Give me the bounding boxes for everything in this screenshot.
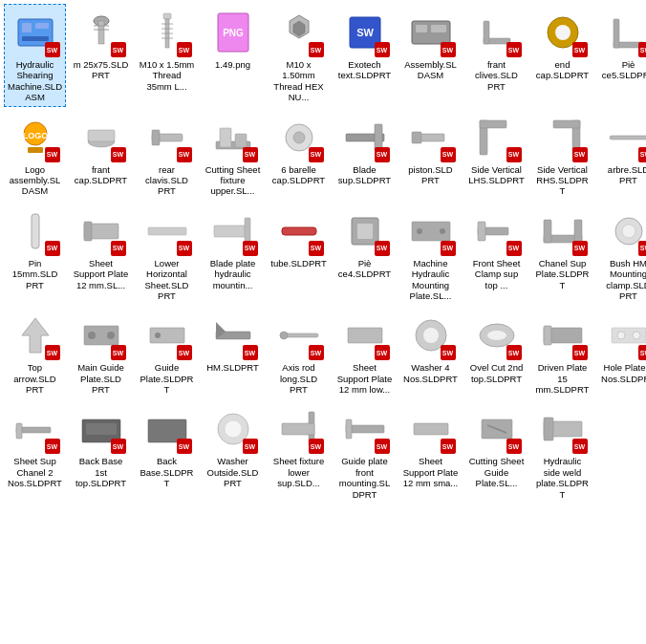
svg-rect-49 — [610, 136, 647, 140]
list-item[interactable]: SWFront Sheet Clamp sup top ... — [465, 203, 528, 306]
file-label: Sheet Support Plate 12 mm low... — [336, 362, 393, 395]
list-item[interactable]: SWPin 15mm.SLD PRT — [4, 203, 66, 306]
list-item[interactable]: SWSheet Support Plate 12 mm.SL... — [70, 203, 132, 306]
svg-rect-48 — [553, 120, 580, 128]
file-label: Guide Plate.SLDPRT — [139, 362, 195, 395]
list-item[interactable]: SWMachine Hydraulic Mounting Plate.SL... — [399, 203, 462, 306]
list-item[interactable]: SWDriven Plate 15 mm.SLDPRT — [531, 307, 593, 398]
svg-rect-99 — [346, 419, 352, 439]
list-item[interactable]: SWarbre.SLD PRT — [597, 109, 646, 201]
list-item[interactable]: SWM10 x 1.50mm Thread HEX NU... — [268, 4, 330, 107]
sw-badge: SW — [572, 345, 588, 360]
list-item[interactable]: PNG1.49.png — [202, 4, 264, 107]
file-label: Pin 15mm.SLD PRT — [7, 258, 63, 290]
file-label: Front Sheet Clamp sup top ... — [468, 258, 525, 290]
svg-point-87 — [617, 332, 625, 339]
file-label: end cap.SLDPRT — [534, 59, 591, 81]
list-item[interactable]: SWAssembly.SLDASM — [399, 4, 462, 107]
list-item[interactable]: SWMain Guide Plate.SLD PRT — [70, 307, 132, 398]
file-icon: SW — [11, 8, 60, 57]
svg-rect-22 — [431, 25, 446, 32]
svg-point-83 — [487, 331, 506, 340]
list-item[interactable]: SWOvel Cut 2nd top.SLDPRT — [465, 307, 528, 398]
svg-point-74 — [155, 333, 161, 338]
list-item[interactable]: SWCutting Sheet fixture upper.SL... — [202, 109, 264, 201]
list-item[interactable]: SWSheet Support Plate 12 mm sma... — [399, 400, 462, 504]
list-item[interactable]: SWSWExotech text.SLDPRT — [334, 4, 396, 107]
file-label: Blade sup.SLDPRT — [336, 164, 393, 186]
list-item[interactable]: SWHM.SLDPRT — [202, 307, 264, 398]
list-item[interactable]: SWtube.SLDPRT — [268, 203, 330, 306]
list-item[interactable]: SWBush HM Mounting clamp.SLD PRT — [597, 203, 646, 306]
svg-rect-58 — [357, 224, 373, 239]
file-label: Side Vertical RHS.SLDPRT — [534, 164, 591, 197]
list-item[interactable]: SWSheet Support Plate 12 mm low... — [334, 307, 396, 398]
sw-badge: SW — [45, 439, 60, 454]
list-item[interactable]: SWWasher Outside.SLDPRT — [202, 400, 264, 504]
list-item[interactable]: SWChanel Sup Plate.SLDPRT — [531, 203, 593, 306]
list-item[interactable]: SW6 barelle cap.SLDPRT — [268, 109, 330, 201]
list-item[interactable]: SWPiè ce4.SLDPRT — [334, 203, 396, 306]
list-item[interactable]: SWHole Plate 2 Nos.SLDPRT — [597, 307, 646, 398]
file-icon: SW — [604, 311, 647, 360]
file-label: Axis rod long.SLD PRT — [270, 362, 327, 395]
sw-badge: SW — [375, 42, 390, 57]
list-item[interactable]: SWpiston.SLD PRT — [399, 109, 462, 201]
file-icon: SW — [472, 8, 522, 57]
list-item[interactable]: SWHydraulic Shearing Machine.SLDASM — [4, 4, 66, 107]
file-label: frant clives.SLD PRT — [468, 59, 525, 92]
sw-badge: SW — [506, 241, 522, 256]
list-item[interactable]: SWGuide Plate.SLDPRT — [136, 307, 198, 398]
sw-badge: SW — [638, 241, 647, 256]
file-label: Chanel Sup Plate.SLDPRT — [534, 258, 591, 290]
list-item[interactable]: SWfrant clives.SLD PRT — [465, 4, 528, 107]
file-icon: SW — [274, 113, 324, 162]
file-label: 1.49.png — [215, 59, 250, 70]
list-item[interactable]: SWBlade sup.SLDPRT — [334, 109, 396, 201]
list-item[interactable]: SWfrant cap.SLDPRT — [70, 109, 132, 201]
file-icon: SW — [142, 113, 192, 162]
sw-badge: SW — [375, 439, 390, 454]
svg-rect-97 — [282, 423, 314, 435]
list-item[interactable]: SWBack Base.SLDPRT — [136, 400, 198, 504]
svg-rect-53 — [148, 227, 186, 235]
list-item[interactable]: SWHydraulic side weld plate.SLDPRT — [531, 400, 593, 504]
file-icon: SW — [604, 206, 647, 256]
svg-rect-8 — [163, 13, 171, 19]
svg-point-60 — [417, 228, 422, 234]
list-item[interactable]: SWSheet fixture lower sup.SLD... — [268, 400, 330, 504]
file-icon: SW — [274, 404, 324, 454]
list-item[interactable]: SWSide Vertical LHS.SLDPRT — [465, 109, 528, 201]
svg-point-26 — [555, 25, 571, 40]
list-item[interactable]: SWAxis rod long.SLD PRT — [268, 307, 330, 398]
file-label: Hydraulic Shearing Machine.SLDASM — [7, 59, 63, 103]
sw-badge: SW — [177, 439, 192, 454]
list-item[interactable]: SWM10 x 1.5mm Thread 35mm L... — [136, 4, 198, 107]
list-item[interactable]: SWPiè ce5.SLDPRT — [597, 4, 646, 107]
list-item[interactable]: SWrear clavis.SLD PRT — [136, 109, 198, 201]
list-item[interactable]: LOGOSWLogo assembly.SLDASM — [4, 109, 66, 201]
list-item[interactable]: SWBlade plate hydraulic mountin... — [202, 203, 264, 306]
sw-badge: SW — [309, 241, 324, 256]
file-icon: SW — [142, 404, 192, 454]
list-item[interactable]: SWend cap.SLDPRT — [531, 4, 593, 107]
list-item[interactable]: SWm 25x75.SLD PRT — [70, 4, 132, 107]
file-icon: SW — [11, 404, 60, 454]
list-item[interactable]: SWSheet Sup Chanel 2 Nos.SLDPRT — [4, 400, 66, 504]
sw-badge: SW — [45, 42, 60, 57]
list-item[interactable]: SWBack Base 1st top.SLDPRT — [70, 400, 132, 504]
list-item[interactable]: SWCutting Sheet Guide Plate.SL... — [465, 400, 528, 504]
list-item[interactable]: SWWasher 4 Nos.SLDPRT — [399, 307, 462, 398]
file-label: M10 x 1.5mm Thread 35mm L... — [139, 59, 195, 92]
list-item[interactable]: SWGuide plate front mounting.SLDPRT — [334, 400, 396, 504]
sw-badge: SW — [177, 241, 192, 256]
file-icon: SW — [142, 311, 192, 360]
svg-rect-37 — [220, 128, 231, 147]
sw-badge: SW — [243, 345, 258, 360]
list-item[interactable]: SWSide Vertical RHS.SLDPRT — [531, 109, 593, 201]
list-item[interactable]: SWLower Horizontal Sheet.SLD PRT — [136, 203, 198, 306]
sw-badge: SW — [111, 147, 126, 162]
sw-badge: SW — [177, 42, 192, 57]
file-icon: SW — [538, 404, 588, 454]
list-item[interactable]: SWTop arrow.SLD PRT — [4, 307, 66, 398]
